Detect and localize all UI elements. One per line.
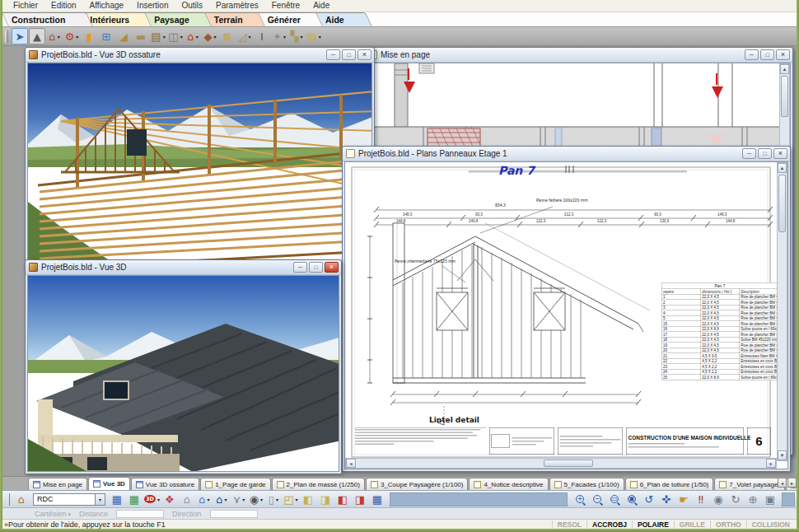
select-tool-icon[interactable]: ➤ (12, 28, 28, 44)
tab-vue-3d-ossature[interactable]: Vue 3D ossature (131, 478, 199, 490)
cube-back-icon[interactable]: ◨ (317, 491, 334, 507)
level-selector[interactable]: RDC ▾ (33, 493, 105, 506)
equipment-tool-icon[interactable]: ▚ (288, 28, 305, 44)
tab-volet-paysager[interactable]: 7_Volet paysager (714, 478, 785, 490)
cube-red-back-icon[interactable]: ◨ (352, 491, 368, 507)
minimize-button[interactable]: ─ (745, 49, 759, 60)
ossature-3d-viewport[interactable] (27, 63, 372, 270)
walk-tool-icon[interactable]: ‼ (693, 491, 709, 507)
opening-tool-icon[interactable]: ◫ (167, 28, 184, 44)
mode-toggle[interactable]: COLLISION (746, 520, 795, 529)
menu-item[interactable]: Fenêtre (265, 0, 306, 12)
mode-toggle[interactable]: GRILLE (674, 520, 710, 529)
menu-item[interactable]: Fichier (7, 0, 44, 12)
menu-item[interactable]: Insertion (130, 0, 175, 12)
zoom-in-icon[interactable]: + (572, 491, 588, 507)
tab-mise-en-page[interactable]: Mise en page (28, 478, 87, 490)
tab-page-de-garde[interactable]: 1_Page de garde (200, 478, 270, 490)
zoom-extents-icon[interactable]: ▣ (624, 491, 640, 507)
sheet-icon[interactable]: ▯ (265, 491, 282, 507)
zoom-previous-icon[interactable]: ↺ (641, 491, 657, 507)
render-3d-icon[interactable]: 3D (143, 491, 161, 507)
cube-multi-icon[interactable]: ▦ (369, 491, 385, 507)
menu-item[interactable]: Affichage (83, 0, 131, 12)
tab-scroll-right-button[interactable]: ▸ (787, 478, 797, 488)
ribbon-tab-construction[interactable]: Construction (2, 12, 86, 26)
menu-item[interactable]: Aide (306, 0, 336, 12)
close-button[interactable]: × (325, 262, 339, 273)
mode-toggle[interactable]: RESOL (552, 520, 586, 529)
minimize-button[interactable]: ─ (742, 148, 756, 159)
window-titlebar[interactable]: ProjetBois.bld - Plans Panneaux Etage 1 … (343, 147, 790, 161)
panel-plan-viewport[interactable]: Pan 7 834,3 Panne faîtière 100x220 mm Pa… (344, 161, 788, 469)
menu-item[interactable]: Edition (44, 0, 83, 12)
horizontal-scrollbar[interactable]: ◂ ▸ (345, 458, 777, 469)
direction-input[interactable] (210, 510, 258, 518)
elevation-view-icon[interactable]: ⌂ (179, 491, 195, 507)
close-button[interactable]: × (776, 49, 790, 60)
look-around-icon[interactable]: ◉ (710, 491, 727, 507)
ramp-tool-icon[interactable]: ◿ (236, 28, 253, 44)
plumb-tool-icon[interactable]: ▲ (29, 28, 45, 44)
tab-notice-descriptive[interactable]: 4_Notice descriptive (469, 478, 548, 490)
beam-tool-icon[interactable]: I (254, 28, 270, 44)
menu-item[interactable]: Paramètres (209, 0, 265, 12)
distance-input[interactable] (116, 510, 164, 518)
stair-tool-icon[interactable]: ≣ (219, 28, 236, 44)
tab-facades[interactable]: 5_Facades (1/100) (549, 478, 624, 490)
camera-icon[interactable]: ◉ (248, 491, 264, 507)
coordinate-system-selector[interactable]: Cartésien (35, 510, 71, 518)
house-tool-icon[interactable]: ⌂ (46, 28, 63, 44)
hand-tool-icon[interactable]: ☛ (675, 491, 692, 507)
ribbon-tab-generer[interactable]: Générer (258, 12, 322, 26)
cube-front-icon[interactable]: ◧ (300, 491, 316, 507)
ribbon-tab-terrain[interactable]: Terrain (204, 12, 264, 26)
mode-toggle[interactable]: ORTHO (710, 520, 746, 529)
floor-tool-icon[interactable]: ▬ (133, 28, 149, 44)
sun-study-icon[interactable]: ⋎ (231, 491, 247, 507)
menu-item[interactable]: Outils (175, 0, 209, 12)
tab-vue-3d[interactable]: Vue 3D (88, 477, 130, 490)
tab-plan-de-masse[interactable]: 2_Plan de masse (1/250) (272, 478, 365, 490)
maximize-button[interactable]: □ (760, 49, 774, 60)
tab-plan-de-toiture[interactable]: 6_Plan de toiture (1/50) (625, 478, 714, 490)
maximize-button[interactable]: □ (309, 262, 323, 273)
maximize-button[interactable]: □ (342, 49, 356, 60)
close-button[interactable]: × (773, 148, 787, 159)
window-titlebar[interactable]: ProjetBois.bld - Vue 3D ─ □ × (26, 260, 341, 275)
toolbar-grip[interactable] (5, 30, 8, 43)
ribbon-tab-aide[interactable]: Aide (315, 12, 366, 26)
roof-panel-tool-icon[interactable]: ◢ (115, 28, 132, 44)
toolbar-grip[interactable] (7, 493, 10, 506)
plan-3d-view-icon[interactable]: ▦ (126, 491, 143, 507)
mode-toggle[interactable]: ACCROBJ (586, 520, 632, 529)
close-button[interactable]: × (357, 49, 371, 60)
vue-3d-viewport[interactable] (27, 275, 339, 472)
roof-tool-icon[interactable]: ⌂ (185, 28, 201, 44)
tile-tool-icon[interactable]: ◆ (202, 28, 218, 44)
mode-toggle[interactable]: POLAIRE (632, 520, 674, 529)
tab-coupe-paysagere[interactable]: 3_Coupe Paysagère (1/100) (366, 478, 469, 490)
cabinet-tool-icon[interactable]: ▤ (150, 28, 166, 44)
materials-tool-icon[interactable]: ▤ (306, 28, 322, 44)
perspective-view-icon[interactable]: ⌂ (213, 491, 230, 507)
zoom-window-icon[interactable]: ▭ (606, 491, 623, 507)
minimize-button[interactable]: ─ (326, 49, 340, 60)
camera-view-icon[interactable]: ⌂ (196, 491, 213, 507)
window-tool-icon[interactable]: ⊞ (98, 28, 114, 44)
cube-red-front-icon[interactable]: ◧ (334, 491, 351, 507)
plan-2d-view-icon[interactable]: ▦ (109, 491, 125, 507)
solar-tool-icon[interactable]: ✦ (271, 28, 287, 44)
window-titlebar[interactable]: Mise en page ─ □ × (365, 48, 792, 63)
ribbon-tab-paysage[interactable]: Paysage (144, 12, 211, 26)
maximize-button[interactable]: □ (758, 148, 772, 159)
vertical-scrollbar[interactable]: ▲ ▼ (777, 162, 787, 461)
orbit-icon[interactable]: ↻ (727, 491, 744, 507)
window-titlebar[interactable]: ProjetBois.bld - Vue 3D ossature ─ □ × (26, 48, 374, 63)
door-tool-icon[interactable]: ▮ (81, 28, 97, 44)
minimize-button[interactable]: ─ (293, 262, 307, 273)
model-box-icon[interactable]: ◰ (283, 491, 299, 507)
center-view-icon[interactable]: ⊕ (745, 491, 761, 507)
zoom-out-icon[interactable]: − (589, 491, 605, 507)
pan-view-icon[interactable]: ✜ (658, 491, 675, 507)
